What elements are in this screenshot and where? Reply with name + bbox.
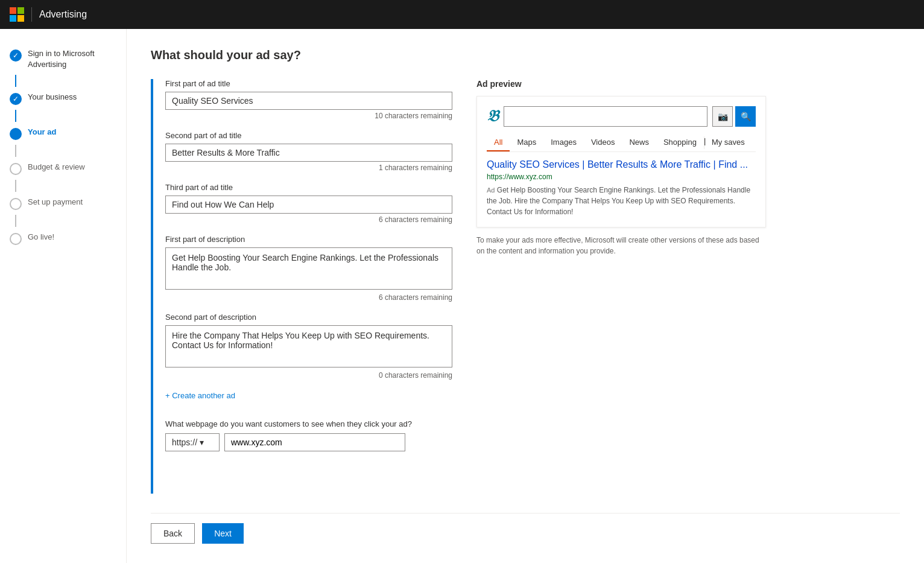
header-title: Advertising [39,9,87,20]
sidebar-icon-budget-review [10,163,22,175]
sidebar-item-set-up-payment[interactable]: Set up payment [0,192,126,215]
sidebar-label-sign-in: Sign in to Microsoft Advertising [28,48,116,70]
next-button[interactable]: Next [202,523,244,544]
microsoft-logo [10,7,24,22]
sidebar-label-go-live: Go live! [28,232,54,243]
ad-preview-label: Ad preview [476,79,766,89]
connector-4 [15,180,16,192]
second-title-group: Second part of ad title 1 characters rem… [165,131,452,172]
bing-search-input[interactable] [504,106,707,127]
sidebar-item-your-ad[interactable]: Your ad [0,122,126,145]
bing-search-button[interactable]: 🔍 [735,106,756,127]
sidebar-icon-sign-in: ✓ [10,49,22,62]
sidebar: ✓ Sign in to Microsoft Advertising ✓ You… [0,29,127,563]
preview-box: 𝔅 📷 🔍 All Maps Images Videos News [476,96,766,227]
ad-result: Quality SEO Services | Better Results & … [487,159,756,217]
sidebar-item-your-business[interactable]: ✓ Your business [0,87,126,110]
create-another-link[interactable]: + Create another ad [165,391,235,400]
sidebar-label-budget-review: Budget & review [28,162,85,173]
second-title-chars: 1 characters remaining [165,164,452,172]
sidebar-label-your-business: Your business [28,92,77,103]
sidebar-icon-go-live [10,233,22,245]
connector-3 [15,145,16,157]
bing-nav-images[interactable]: Images [543,134,584,151]
webpage-label: What webpage do you want customers to se… [165,419,452,428]
first-desc-label: First part of description [165,235,452,244]
url-protocol-select[interactable]: https:// ▾ [165,433,220,451]
preview-note: To make your ads more effective, Microso… [476,235,766,256]
footer: Back Next [151,513,900,544]
bing-nav: All Maps Images Videos News Shopping | M… [487,134,756,152]
connector-5 [15,215,16,227]
bing-nav-news[interactable]: News [622,134,656,151]
third-title-group: Third part of ad title 6 characters rema… [165,183,452,224]
ad-description-text: Get Help Boosting Your Search Engine Ran… [487,186,750,216]
webpage-section: What webpage do you want customers to se… [165,419,452,451]
ad-result-url: https://www.xyz.com [487,173,756,181]
url-domain-input[interactable] [224,433,405,451]
header-divider [31,7,32,22]
second-title-label: Second part of ad title [165,131,452,140]
ad-label: Ad [487,186,495,194]
main-content: What should your ad say? First part of a… [127,29,924,563]
first-title-input[interactable] [165,92,452,110]
sidebar-icon-your-business: ✓ [10,93,22,105]
second-desc-group: Second part of description 0 characters … [165,313,452,380]
sidebar-item-go-live[interactable]: Go live! [0,227,126,250]
sidebar-label-set-up-payment: Set up payment [28,197,83,208]
second-desc-chars: 0 characters remaining [165,371,452,380]
bing-nav-videos[interactable]: Videos [584,134,622,151]
bing-logo: 𝔅 [487,107,499,126]
first-title-label: First part of ad title [165,79,452,88]
bing-search-bar: 𝔅 📷 🔍 [487,106,756,127]
second-title-input[interactable] [165,144,452,162]
first-title-group: First part of ad title 10 characters rem… [165,79,452,120]
sidebar-icon-your-ad [10,128,22,140]
second-desc-label: Second part of description [165,313,452,322]
bing-nav-maps[interactable]: Maps [510,134,543,151]
sidebar-label-your-ad: Your ad [28,127,56,138]
first-desc-chars: 6 characters remaining [165,293,452,302]
ad-preview-panel: Ad preview 𝔅 📷 🔍 All Maps [476,79,766,494]
sidebar-icon-set-up-payment [10,198,22,210]
bing-camera-icon[interactable]: 📷 [712,106,733,127]
third-title-input[interactable] [165,196,452,214]
chevron-down-icon: ▾ [200,437,204,447]
url-protocol-label: https:// [172,437,197,447]
first-desc-group: First part of description 6 characters r… [165,235,452,302]
third-title-label: Third part of ad title [165,183,452,192]
connector-2 [15,110,16,122]
first-desc-textarea[interactable] [165,247,452,290]
back-button[interactable]: Back [151,523,195,544]
ad-result-title[interactable]: Quality SEO Services | Better Results & … [487,159,756,170]
bing-nav-shopping[interactable]: Shopping [656,134,704,151]
connector-1 [15,75,16,87]
second-desc-textarea[interactable] [165,325,452,367]
sidebar-item-budget-review[interactable]: Budget & review [0,157,126,180]
third-title-chars: 6 characters remaining [165,215,452,224]
first-title-chars: 10 characters remaining [165,112,452,120]
sidebar-item-sign-in[interactable]: ✓ Sign in to Microsoft Advertising [0,43,126,75]
ad-result-description: Ad Get Help Boosting Your Search Engine … [487,185,756,217]
bing-nav-all[interactable]: All [487,134,510,151]
bing-nav-my-saves[interactable]: My saves [704,134,752,151]
ad-form: First part of ad title 10 characters rem… [151,79,452,494]
page-title: What should your ad say? [151,48,900,62]
bing-search-icons: 📷 🔍 [712,106,756,127]
header: Advertising [0,0,924,29]
